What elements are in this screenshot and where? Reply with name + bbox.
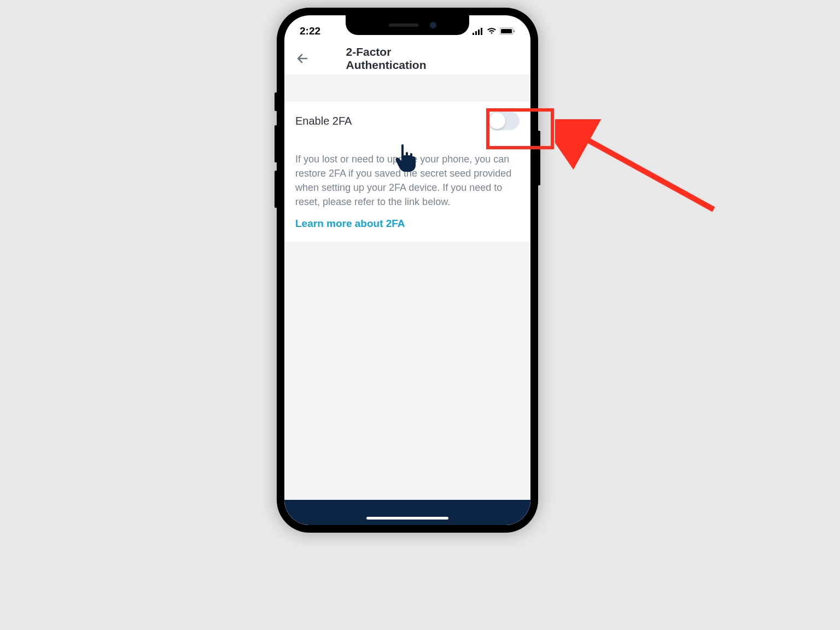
phone-mute-switch (275, 92, 277, 111)
content-area: Enable 2FA If you lost or need to update… (284, 74, 530, 525)
home-indicator[interactable] (366, 517, 448, 520)
page-title: 2-Factor Authentication (346, 45, 469, 72)
phone-frame: 2:22 (277, 8, 538, 533)
phone-volume-up (275, 125, 277, 162)
svg-rect-1 (475, 31, 477, 35)
description-text: If you lost or need to update your phone… (295, 152, 520, 209)
svg-rect-2 (478, 30, 480, 35)
battery-icon (500, 27, 515, 35)
wifi-icon (487, 27, 497, 35)
enable-2fa-row: Enable 2FA (284, 102, 530, 140)
back-button[interactable] (294, 50, 311, 67)
phone-power-button (538, 131, 540, 185)
svg-rect-6 (514, 30, 515, 32)
back-arrow-icon (296, 52, 309, 65)
phone-notch (346, 15, 469, 35)
nav-header: 2-Factor Authentication (284, 43, 530, 74)
enable-2fa-label: Enable 2FA (295, 115, 352, 127)
phone-screen: 2:22 (284, 15, 530, 525)
annotation-arrow (555, 119, 725, 220)
notch-speaker (389, 24, 418, 27)
bottom-nav-bar (284, 500, 530, 525)
description-section: If you lost or need to update your phone… (284, 140, 530, 242)
notch-camera (430, 22, 436, 28)
status-icons (472, 27, 515, 35)
svg-line-8 (580, 136, 714, 209)
svg-rect-5 (501, 29, 512, 33)
cellular-signal-icon (472, 27, 483, 35)
learn-more-link[interactable]: Learn more about 2FA (295, 218, 520, 230)
enable-2fa-toggle[interactable] (488, 112, 520, 130)
phone-volume-down (275, 171, 277, 208)
svg-rect-0 (472, 33, 474, 35)
svg-rect-3 (481, 28, 482, 35)
status-time: 2:22 (300, 25, 320, 37)
toggle-thumb (489, 113, 505, 129)
section-spacer (284, 74, 530, 102)
